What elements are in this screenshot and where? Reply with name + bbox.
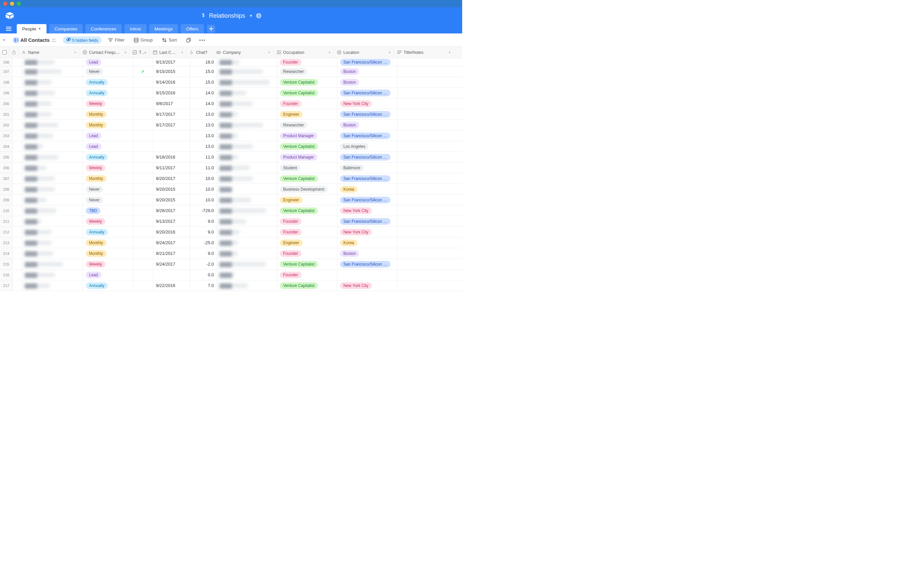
cell-name[interactable]: ████ [22, 184, 83, 194]
cell-title-notes[interactable] [398, 152, 457, 162]
cell-chat[interactable]: 13.0 [190, 141, 217, 152]
cell-t[interactable] [133, 248, 153, 259]
cell-title-notes[interactable] [398, 216, 457, 226]
cell-company[interactable]: ████ [217, 173, 277, 184]
cell-chat[interactable]: 10.0 [190, 194, 217, 205]
row-number[interactable]: 199 [0, 87, 13, 98]
cell-location[interactable]: San Francisco/Silicon … [337, 87, 398, 98]
row-number[interactable]: 213 [0, 237, 13, 248]
cell-company[interactable]: ████ [217, 66, 277, 77]
cell-name[interactable]: ████ [22, 77, 83, 87]
cell-occupation[interactable]: Venture Capitalist [277, 280, 337, 291]
cell-company[interactable]: ████ [217, 280, 277, 291]
cell-title-notes[interactable] [398, 270, 457, 280]
cell-location[interactable]: New York City [337, 280, 398, 291]
cell-location[interactable]: San Francisco/Silicon … [337, 259, 398, 269]
cell-last-contact[interactable] [153, 141, 190, 152]
info-icon[interactable]: i [256, 13, 261, 18]
cell-location[interactable]: San Francisco/Silicon … [337, 194, 398, 205]
chevron-down-icon[interactable]: ▼ [387, 51, 391, 54]
cell-company[interactable]: ████ [217, 109, 277, 119]
cell-chat[interactable]: 13.0 [190, 120, 217, 130]
chevron-down-icon[interactable]: ▼ [72, 51, 77, 54]
table-row[interactable]: 209████Never9/20/201510.0████EngineerSan… [0, 194, 462, 205]
group-button[interactable]: Group [131, 36, 155, 44]
cell-location[interactable]: San Francisco/Silicon … [337, 58, 398, 66]
base-title[interactable]: Relationships ▼ i [201, 12, 262, 20]
table-row[interactable]: 207████Monthly8/20/201710.0████Venture C… [0, 173, 462, 184]
cell-contact-frequency[interactable]: Annually [83, 227, 133, 237]
cell-name[interactable]: ████ [22, 270, 83, 280]
cell-occupation[interactable]: Founder [277, 58, 337, 66]
cell-location[interactable]: Boston [337, 77, 398, 87]
table-row[interactable]: 198████Annually9/14/201615.0████Venture … [0, 77, 462, 87]
cell-last-contact[interactable] [153, 270, 190, 280]
table-row[interactable]: 197████Never✓9/15/201515.0████Researcher… [0, 66, 462, 77]
chevron-down-icon[interactable]: ▼ [447, 51, 451, 54]
cell-contact-frequency[interactable]: Annually [83, 87, 133, 98]
cell-contact-frequency[interactable]: Monthly [83, 109, 133, 119]
cell-company[interactable]: ████ [217, 87, 277, 98]
cell-company[interactable]: ████ [217, 130, 277, 141]
cell-contact-frequency[interactable]: Never [83, 194, 133, 205]
cell-company[interactable]: ████ [217, 58, 277, 66]
cell-company[interactable]: ████ [217, 205, 277, 216]
cell-chat[interactable]: 13.0 [190, 130, 217, 141]
row-number[interactable]: 210 [0, 205, 13, 216]
cell-t[interactable] [133, 77, 153, 87]
column-header-t[interactable]: T…▼ [130, 47, 150, 58]
cell-company[interactable]: ████ [217, 98, 277, 109]
cell-contact-frequency[interactable]: TBD [83, 205, 133, 216]
cell-location[interactable]: Korea [337, 237, 398, 248]
cell-t[interactable] [133, 227, 153, 237]
cell-title-notes[interactable] [398, 259, 457, 269]
table-row[interactable]: 202████Monthly8/17/201713.0████Researche… [0, 120, 462, 130]
cell-t[interactable] [133, 141, 153, 152]
cell-occupation[interactable]: Founder [277, 248, 337, 259]
cell-name[interactable]: ████ [22, 152, 83, 162]
cell-location[interactable]: Boston [337, 120, 398, 130]
cell-company[interactable]: ████ [217, 216, 277, 226]
cell-last-contact[interactable]: 9/14/2016 [153, 77, 190, 87]
cell-t[interactable] [133, 58, 153, 66]
cell-occupation[interactable]: Business Development [277, 184, 337, 194]
cell-chat[interactable]: 14.0 [190, 98, 217, 109]
cell-last-contact[interactable]: 8/17/2017 [153, 120, 190, 130]
cell-contact-frequency[interactable]: Lead [83, 270, 133, 280]
cell-name[interactable]: ████ [22, 259, 83, 269]
cell-location[interactable]: Boston [337, 248, 398, 259]
row-number[interactable]: 216 [0, 270, 13, 280]
cell-contact-frequency[interactable]: Annually [83, 152, 133, 162]
row-number[interactable]: 203 [0, 130, 13, 141]
cell-title-notes[interactable] [398, 58, 457, 66]
cell-location[interactable]: San Francisco/Silicon … [337, 173, 398, 184]
cell-location[interactable]: Baltimore [337, 163, 398, 173]
cell-chat[interactable]: 0.0 [190, 270, 217, 280]
cell-t[interactable] [133, 130, 153, 141]
cell-location[interactable]: Korea [337, 184, 398, 194]
cell-chat[interactable]: -729.0 [190, 205, 217, 216]
cell-title-notes[interactable] [398, 77, 457, 87]
cell-title-notes[interactable] [398, 120, 457, 130]
cell-name[interactable]: ████ [22, 194, 83, 205]
cell-t[interactable] [133, 194, 153, 205]
cell-t[interactable] [133, 163, 153, 173]
row-number[interactable]: 215 [0, 259, 13, 269]
cell-title-notes[interactable] [398, 205, 457, 216]
cell-company[interactable]: ████ [217, 237, 277, 248]
cell-name[interactable]: ████ [22, 227, 83, 237]
table-row[interactable]: 215████Weekly9/24/2017-2.0████Venture Ca… [0, 259, 462, 270]
chevron-down-icon[interactable]: ▼ [179, 51, 184, 54]
column-header-last-c[interactable]: Last C…▼ [150, 47, 187, 58]
cell-title-notes[interactable] [398, 173, 457, 184]
cell-contact-frequency[interactable]: Monthly [83, 248, 133, 259]
views-dropdown-button[interactable]: ▼ [3, 38, 6, 42]
cell-t[interactable]: ✓ [133, 66, 153, 77]
cell-location[interactable]: San Francisco/Silicon … [337, 216, 398, 226]
column-header-chat[interactable]: fxChat? [187, 47, 213, 58]
cell-last-contact[interactable] [153, 130, 190, 141]
cell-chat[interactable]: 11.0 [190, 152, 217, 162]
table-row[interactable]: 203████Lead13.0████Product ManagerSan Fr… [0, 130, 462, 141]
cell-title-notes[interactable] [398, 98, 457, 109]
cell-occupation[interactable]: Founder [277, 216, 337, 226]
